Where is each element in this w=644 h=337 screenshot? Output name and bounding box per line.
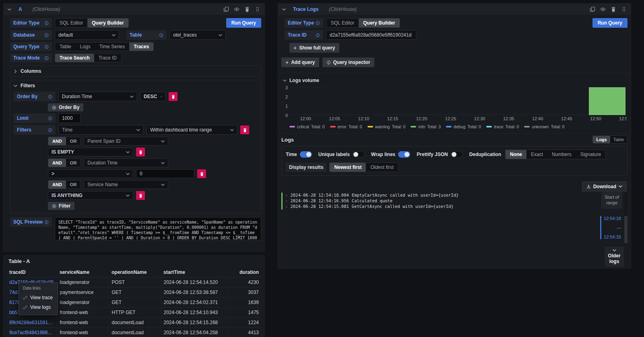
- trash-icon[interactable]: [244, 6, 250, 12]
- legend-item-trace[interactable]: traceTotal: 0: [486, 124, 519, 129]
- query-type-table[interactable]: Table: [55, 43, 76, 51]
- newest-first-option[interactable]: Newest first: [330, 163, 366, 172]
- col-header-servicename[interactable]: serviceName: [57, 267, 109, 277]
- bool-and[interactable]: AND: [48, 181, 66, 189]
- add-query-button[interactable]: + Add query: [281, 58, 319, 67]
- panel-title[interactable]: Table - A: [4, 255, 264, 267]
- scroll-to-top-button[interactable]: ↑: [611, 268, 621, 269]
- trace-mode-trace-id[interactable]: Trace ID: [94, 54, 122, 62]
- bool-or[interactable]: OR: [66, 181, 81, 189]
- query-row-header[interactable]: A (ClickHouse): [4, 4, 264, 15]
- collapse-chevron-icon[interactable]: [8, 8, 11, 11]
- time-toggle[interactable]: Time: [286, 151, 312, 158]
- older-logs-button[interactable]: Older logs: [605, 247, 624, 267]
- expand-log-icon[interactable]: ›: [285, 205, 287, 209]
- condition-operator-select[interactable]: IS EMPTY: [48, 148, 133, 156]
- editor-type-sql-editor[interactable]: SQL Editor: [55, 18, 87, 27]
- info-circle-icon[interactable]: [44, 21, 49, 25]
- wrap-lines-toggle[interactable]: Wrap lines: [371, 151, 410, 158]
- unique-labels-toggle[interactable]: Unique labels: [318, 151, 365, 158]
- remove-condition-button[interactable]: [136, 191, 145, 200]
- duplicate-icon[interactable]: [590, 6, 595, 12]
- remove-order-by-button[interactable]: [169, 92, 178, 101]
- info-logs-bar[interactable]: [589, 87, 625, 115]
- expand-log-icon[interactable]: ›: [285, 193, 287, 197]
- run-query-button[interactable]: Run Query: [592, 18, 627, 28]
- drag-handle-icon[interactable]: [621, 6, 627, 12]
- legend-item-warning[interactable]: warningTotal: 0: [367, 124, 406, 129]
- logs-volume-toggle[interactable]: Logs volume: [281, 76, 627, 87]
- info-circle-icon[interactable]: [48, 128, 52, 132]
- query-type-time-series[interactable]: Time Series: [95, 43, 130, 51]
- log-row[interactable]: › 2024-06-28 12:54:16.956 Calculated quo…: [281, 198, 586, 204]
- bool-or[interactable]: OR: [66, 159, 81, 167]
- collapse-chevron-icon[interactable]: [282, 8, 286, 11]
- bool-and[interactable]: AND: [48, 137, 66, 145]
- col-header-starttime[interactable]: startTime: [161, 267, 228, 277]
- dedup-numbers[interactable]: Numbers: [547, 150, 576, 159]
- info-circle-icon[interactable]: [316, 33, 320, 37]
- legend-item-critical[interactable]: criticalTotal: 0: [289, 124, 325, 129]
- info-circle-icon[interactable]: [44, 220, 49, 224]
- dedup-none[interactable]: None: [506, 150, 526, 159]
- add-filter-button[interactable]: Filter: [48, 202, 74, 210]
- condition-field-select[interactable]: Parent Span ID: [84, 137, 168, 146]
- trace-mode-trace-search[interactable]: Trace Search: [55, 54, 94, 62]
- info-circle-icon[interactable]: [44, 56, 49, 60]
- filters-section-toggle[interactable]: Filters: [10, 80, 261, 91]
- filter-operator-select[interactable]: Within dashboard time range: [147, 125, 237, 135]
- table-select[interactable]: otel_traces: [169, 30, 226, 40]
- col-header-traceid[interactable]: traceID: [6, 267, 57, 277]
- filter-field-select[interactable]: Time: [58, 125, 144, 135]
- scrollbar-thumb[interactable]: [624, 216, 627, 243]
- query-type-logs[interactable]: Logs: [76, 43, 95, 51]
- order-by-direction-select[interactable]: DESC: [140, 92, 166, 101]
- database-select[interactable]: default: [55, 30, 119, 40]
- duplicate-icon[interactable]: [223, 6, 229, 12]
- dedup-signature[interactable]: Signature: [576, 150, 605, 159]
- prettify-json-toggle[interactable]: Prettify JSON: [417, 151, 462, 158]
- info-circle-icon[interactable]: [48, 116, 52, 121]
- legend-item-debug[interactable]: debugTotal: 0: [446, 124, 481, 129]
- eye-icon[interactable]: [600, 6, 606, 12]
- legend-item-error[interactable]: errorTotal: 0: [330, 124, 362, 129]
- condition-field-select[interactable]: Duration Time: [84, 158, 168, 167]
- editor-type-query-builder[interactable]: Query Builder: [359, 18, 399, 27]
- dedup-exact[interactable]: Exact: [526, 150, 547, 159]
- toggle-switch-on[interactable]: [398, 151, 410, 158]
- editor-type-sql-editor[interactable]: SQL Editor: [326, 18, 359, 27]
- info-circle-icon[interactable]: [316, 21, 320, 25]
- legend-item-unknown[interactable]: unknownTotal: 0: [524, 124, 564, 129]
- show-full-query-button[interactable]: + Show full query: [289, 43, 339, 53]
- cell-traceid-link[interactable]: 9ce7acf84841988...: [6, 328, 57, 337]
- query-type-traces[interactable]: Traces: [129, 43, 153, 51]
- info-circle-icon[interactable]: [44, 33, 49, 37]
- condition-operator-select[interactable]: IS ANYTHING: [48, 191, 133, 200]
- cell-traceid-link[interactable]: 89cf4286e631591b4...: [6, 318, 57, 328]
- limit-input[interactable]: [58, 113, 80, 123]
- menu-item-view-logs[interactable]: View logs: [19, 302, 58, 312]
- trash-icon[interactable]: [611, 6, 616, 12]
- col-header-duration[interactable]: duration: [228, 267, 262, 277]
- query-inspector-button[interactable]: Query inspector: [322, 58, 374, 67]
- toggle-switch-off[interactable]: [353, 151, 365, 158]
- remove-condition-button[interactable]: [136, 148, 145, 156]
- log-row[interactable]: › 2024-06-28 12:54:18.004 EmptyCartAsync…: [281, 193, 586, 198]
- drag-handle-icon[interactable]: [255, 6, 260, 12]
- toggle-switch-on[interactable]: [300, 151, 312, 158]
- col-header-operationname[interactable]: operationName: [109, 267, 161, 277]
- condition-field-select[interactable]: Service Name: [84, 180, 168, 189]
- editor-type-query-builder[interactable]: Query Builder: [87, 18, 128, 27]
- run-query-button[interactable]: Run Query: [226, 18, 261, 28]
- bool-or[interactable]: OR: [66, 137, 81, 145]
- toggle-switch-off[interactable]: [451, 151, 463, 158]
- condition-operator-select[interactable]: >: [48, 169, 133, 178]
- bool-and[interactable]: AND: [48, 159, 66, 167]
- trace-id-input[interactable]: [326, 30, 417, 40]
- log-row[interactable]: › 2024-06-28 12:54:15.081 GetCartAsync c…: [281, 204, 586, 210]
- expand-log-icon[interactable]: ›: [285, 199, 287, 203]
- legend-item-info[interactable]: infoTotal: 3: [411, 124, 441, 129]
- eye-icon[interactable]: [234, 6, 239, 12]
- download-button[interactable]: Download: [582, 181, 627, 191]
- info-circle-icon[interactable]: [159, 33, 163, 37]
